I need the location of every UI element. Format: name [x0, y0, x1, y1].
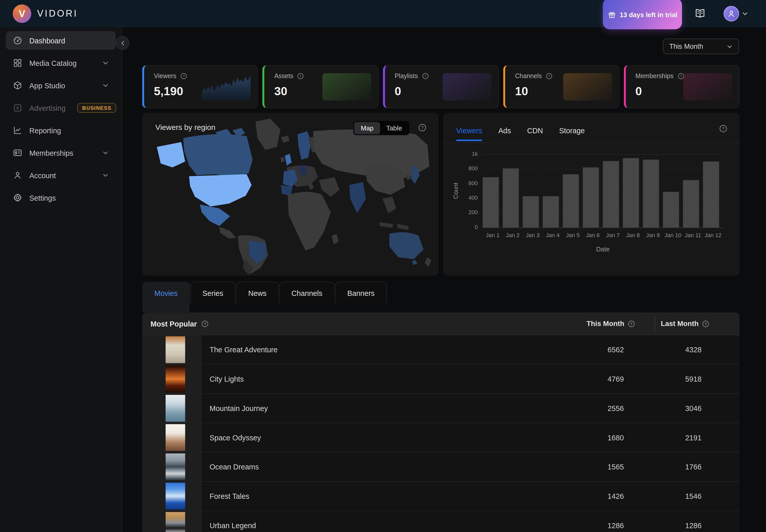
- chart-help-icon[interactable]: ?: [719, 125, 727, 133]
- stat-card-playlists[interactable]: Playlists?0: [383, 65, 499, 108]
- sidebar-item-app-studio[interactable]: App Studio: [6, 76, 116, 95]
- thumbnail-cell: [142, 511, 202, 532]
- stat-card-mini-chart: [443, 73, 491, 101]
- table-row[interactable]: Ocean Dreams15651766: [142, 452, 739, 481]
- book-open-icon[interactable]: [694, 8, 706, 20]
- table-row[interactable]: Urban Legend12861286: [142, 511, 739, 532]
- svg-text:?: ?: [204, 322, 206, 326]
- sidebar-item-advertising[interactable]: ¥AdvertisingBUSINESS: [6, 99, 116, 117]
- sidebar-item-dashboard[interactable]: Dashboard: [6, 31, 116, 50]
- sidebar-collapse-button[interactable]: [116, 36, 129, 50]
- content-thumbnail: [165, 366, 185, 392]
- content-title: Mountain Journey: [202, 394, 545, 423]
- content-title: Space Odyssey: [202, 423, 545, 452]
- help-icon[interactable]: ?: [422, 72, 429, 79]
- last-month-help-icon[interactable]: ?: [702, 320, 710, 327]
- bar-jan-10[interactable]: [663, 191, 679, 227]
- bar-jan-6[interactable]: [583, 167, 599, 227]
- business-plan-badge: BUSINESS: [77, 103, 116, 113]
- content-title: Forest Tales: [202, 482, 545, 511]
- bar-jan-8[interactable]: [623, 158, 639, 227]
- tab-channels[interactable]: Channels: [279, 282, 335, 304]
- id-card-icon: [13, 148, 22, 158]
- stat-card-label: Playlists: [395, 72, 418, 80]
- sidebar-item-label: Dashboard: [29, 36, 65, 45]
- bar-jan-2[interactable]: [502, 168, 519, 227]
- stat-card-assets[interactable]: Assets?30: [263, 65, 379, 108]
- sidebar-item-account[interactable]: Account: [6, 166, 116, 185]
- chart-tab-cdn[interactable]: CDN: [527, 119, 543, 141]
- y-axis-label: Count: [452, 162, 459, 220]
- last-month-value: 2191: [655, 423, 709, 452]
- bar-jan-9[interactable]: [643, 160, 659, 227]
- tab-series[interactable]: Series: [190, 282, 236, 304]
- x-axis-tick: Jan 4: [543, 232, 562, 238]
- last-month-value: 3046: [655, 394, 709, 423]
- map-panel-title: Viewers by region: [155, 123, 216, 132]
- svg-text:?: ?: [704, 322, 707, 326]
- stat-card-channels[interactable]: Channels?10: [503, 65, 619, 108]
- sidebar-item-settings[interactable]: Settings: [6, 188, 116, 207]
- tab-news[interactable]: News: [236, 282, 279, 304]
- table-row[interactable]: The Great Adventure65624328: [142, 335, 739, 364]
- sidebar-item-label: Settings: [29, 194, 56, 202]
- period-value: This Month: [669, 42, 703, 50]
- x-axis-tick: Jan 11: [683, 232, 703, 238]
- chart-line-icon: [13, 125, 22, 135]
- app-window: V VIDORI 13 days left in trial: [0, 0, 766, 532]
- table-row[interactable]: City Lights47695918: [142, 364, 739, 393]
- last-month-value: 5918: [655, 365, 709, 393]
- bar-jan-1[interactable]: [483, 177, 499, 227]
- content-tabs: MoviesSeriesNewsChannelsBanners: [142, 282, 387, 304]
- toggle-table-option[interactable]: Table: [380, 122, 408, 134]
- trial-banner[interactable]: 13 days left in trial: [603, 0, 682, 29]
- svg-text:?: ?: [680, 74, 682, 78]
- gridline: [483, 227, 723, 228]
- map-help-icon[interactable]: ?: [418, 124, 427, 132]
- bar-jan-5[interactable]: [563, 174, 579, 227]
- tab-banners[interactable]: Banners: [335, 282, 387, 304]
- this-month-value: 2556: [545, 394, 655, 423]
- x-axis-tick: Jan 9: [643, 232, 663, 238]
- x-axis-label: Date: [483, 246, 723, 253]
- x-axis-tick: Jan 1: [483, 232, 502, 238]
- help-icon[interactable]: ?: [297, 72, 304, 79]
- bar-jan-11[interactable]: [683, 180, 699, 227]
- table-row[interactable]: Mountain Journey25563046: [142, 393, 739, 423]
- sidebar-item-reporting[interactable]: Reporting: [6, 121, 116, 140]
- table-help-icon[interactable]: ?: [201, 320, 209, 327]
- bar-jan-12[interactable]: [703, 162, 719, 227]
- tab-movies[interactable]: Movies: [142, 282, 189, 304]
- period-select[interactable]: This Month: [663, 39, 739, 54]
- table-row[interactable]: Space Odyssey16802191: [142, 423, 739, 452]
- brand[interactable]: V VIDORI: [13, 4, 78, 23]
- trial-label: 13 days left in trial: [620, 11, 677, 18]
- bar-jan-3[interactable]: [523, 196, 539, 227]
- user-avatar[interactable]: [724, 6, 739, 21]
- chevron-down-icon[interactable]: [741, 10, 748, 17]
- sidebar-item-media-catalog[interactable]: Media Catalog: [6, 54, 116, 72]
- stat-card-viewers[interactable]: Viewers?5,190: [142, 65, 258, 108]
- this-month-help-icon[interactable]: ?: [628, 320, 635, 327]
- stat-card-label: Channels: [515, 72, 542, 80]
- table-row[interactable]: Forest Tales14261546: [142, 481, 739, 511]
- chart-tab-ads[interactable]: Ads: [498, 119, 511, 141]
- chart-tab-viewers[interactable]: Viewers: [456, 119, 482, 141]
- stat-card-memberships[interactable]: Memberships?0: [624, 65, 740, 108]
- toggle-map-option[interactable]: Map: [354, 122, 380, 134]
- column-header-this-month[interactable]: This Month ?: [545, 312, 655, 335]
- content-title: City Lights: [202, 365, 545, 393]
- world-map[interactable]: [142, 113, 439, 276]
- last-month-value: 4328: [655, 335, 709, 364]
- y-axis-tick: 1k: [453, 151, 478, 157]
- help-icon[interactable]: ?: [180, 72, 187, 79]
- thumbnail-cell: [142, 335, 202, 364]
- cube-icon: [13, 80, 22, 90]
- bar-jan-7[interactable]: [603, 161, 619, 227]
- chart-tab-storage[interactable]: Storage: [559, 119, 585, 141]
- chevron-down-icon: [102, 59, 109, 66]
- bar-jan-4[interactable]: [543, 196, 559, 227]
- help-icon[interactable]: ?: [546, 72, 553, 79]
- sidebar-item-memberships[interactable]: Memberships: [6, 143, 116, 162]
- column-header-last-month[interactable]: Last Month ?: [655, 312, 709, 335]
